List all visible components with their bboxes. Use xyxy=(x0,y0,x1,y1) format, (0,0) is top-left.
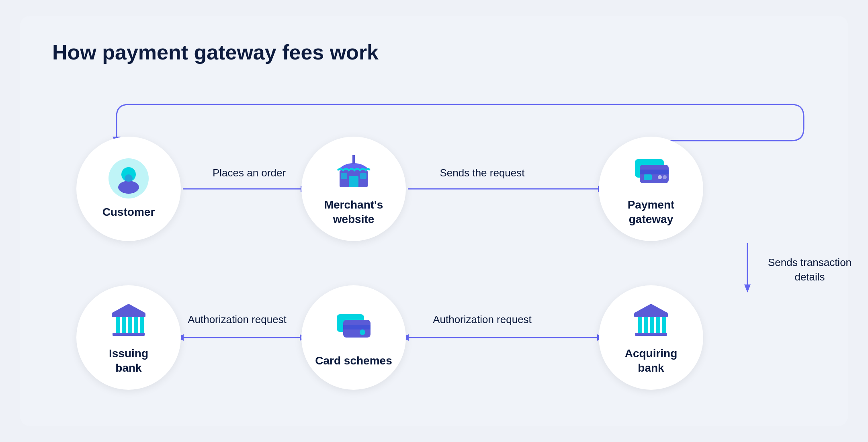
svg-rect-46 xyxy=(634,313,668,317)
svg-rect-28 xyxy=(113,333,145,336)
svg-point-39 xyxy=(360,329,365,335)
svg-rect-40 xyxy=(635,333,667,336)
svg-rect-44 xyxy=(656,316,660,333)
svg-rect-21 xyxy=(352,155,355,164)
svg-rect-42 xyxy=(644,316,648,333)
issuing-node: Issuingbank xyxy=(76,285,181,390)
svg-rect-20 xyxy=(360,173,366,179)
card-node: Card schemes xyxy=(301,285,406,390)
main-container: How payment gateway fees work xyxy=(20,16,848,426)
acquiring-label: Acquiringbank xyxy=(625,346,678,376)
card-label: Card schemes xyxy=(315,354,392,368)
customer-node: Customer xyxy=(76,137,181,241)
svg-rect-31 xyxy=(128,316,132,333)
acquiring-node: Acquiringbank xyxy=(599,285,703,390)
svg-rect-32 xyxy=(134,316,138,333)
svg-rect-18 xyxy=(349,176,358,187)
svg-marker-47 xyxy=(634,304,668,313)
gateway-label: Paymentgateway xyxy=(628,198,675,227)
issuing-icon xyxy=(108,300,149,340)
merchant-label: Merchant'swebsite xyxy=(324,198,383,227)
svg-rect-41 xyxy=(638,316,642,333)
svg-rect-30 xyxy=(122,316,126,333)
svg-point-27 xyxy=(663,175,667,179)
svg-rect-34 xyxy=(112,313,145,317)
svg-point-26 xyxy=(658,175,662,179)
customer-icon xyxy=(108,158,149,198)
svg-rect-25 xyxy=(644,174,652,180)
sends-transaction-label: Sends transactiondetails xyxy=(757,255,862,284)
page-title: How payment gateway fees work xyxy=(52,40,816,64)
diagram: Places an order Sends the request Sends … xyxy=(52,88,816,418)
gateway-node: Paymentgateway xyxy=(599,137,703,241)
merchant-node: Merchant'swebsite xyxy=(301,137,406,241)
svg-rect-29 xyxy=(116,316,120,333)
svg-point-16 xyxy=(125,174,133,182)
issuing-label: Issuingbank xyxy=(109,346,148,376)
auth-left-label: Authorization request xyxy=(181,313,293,326)
svg-rect-33 xyxy=(140,316,144,333)
svg-rect-24 xyxy=(640,170,669,174)
auth-right-label: Authorization request xyxy=(426,313,538,326)
svg-marker-6 xyxy=(744,284,751,293)
card-schemes-icon xyxy=(334,307,374,347)
svg-rect-43 xyxy=(650,316,654,333)
acquiring-icon xyxy=(631,300,671,340)
gateway-icon xyxy=(631,151,671,191)
svg-rect-45 xyxy=(662,316,666,333)
svg-rect-19 xyxy=(341,173,347,179)
merchant-icon xyxy=(334,151,374,191)
sends-request-label: Sends the request xyxy=(426,167,538,179)
svg-rect-38 xyxy=(343,325,371,329)
svg-point-14 xyxy=(118,181,139,194)
customer-label: Customer xyxy=(102,205,155,219)
places-order-label: Places an order xyxy=(197,167,301,179)
svg-marker-35 xyxy=(112,304,145,313)
